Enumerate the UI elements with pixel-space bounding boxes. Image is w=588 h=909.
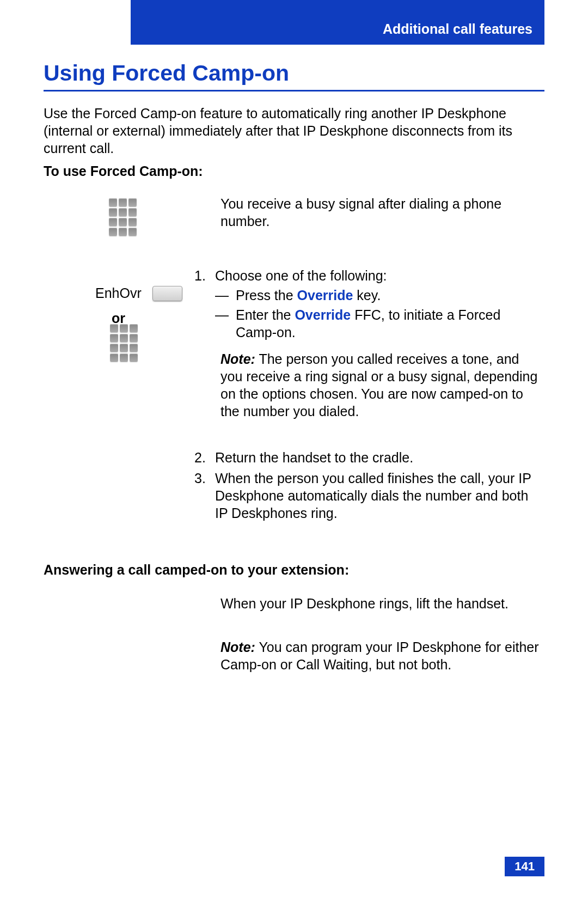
enhovr-label: EnhOvr bbox=[95, 285, 142, 301]
keypad-icon bbox=[109, 198, 137, 236]
step-number: 2. bbox=[194, 449, 215, 466]
step-number: 1. bbox=[194, 267, 215, 284]
keypad-icon bbox=[110, 324, 138, 362]
em-dash-bullet: — bbox=[215, 286, 236, 304]
subhead-to-use: To use Forced Camp-on: bbox=[44, 163, 203, 179]
note-1: Note: The person you called receives a t… bbox=[220, 350, 542, 420]
override-key-label: Override bbox=[297, 288, 353, 303]
header-title: Additional call features bbox=[383, 21, 532, 37]
intro-paragraph: Use the Forced Camp-on feature to automa… bbox=[44, 105, 539, 157]
step-3-text: When the person you called finishes the … bbox=[215, 469, 536, 522]
header-band: Additional call features bbox=[131, 0, 544, 45]
note-1-text: The person you called receives a tone, a… bbox=[220, 351, 537, 419]
busy-signal-text: You receive a busy signal after dialing … bbox=[220, 195, 542, 230]
step-number: 3. bbox=[194, 469, 215, 487]
softkey-button-icon bbox=[152, 286, 182, 301]
answer-text: When your IP Deskphone rings, lift the h… bbox=[220, 595, 542, 612]
note-label: Note: bbox=[220, 351, 255, 367]
step-1a-post: key. bbox=[353, 288, 381, 303]
override-ffc-label: Override bbox=[295, 307, 351, 322]
main-title: Using Forced Camp-on bbox=[44, 60, 544, 91]
step-2: 2.Return the handset to the cradle. bbox=[194, 449, 542, 466]
note-2: Note: You can program your IP Deskphone … bbox=[220, 638, 542, 673]
subhead-answering: Answering a call camped-on to your exten… bbox=[44, 562, 349, 578]
em-dash-bullet: — bbox=[215, 306, 236, 324]
step-1a-pre: Press the bbox=[236, 288, 297, 303]
step-2-text: Return the handset to the cradle. bbox=[215, 449, 536, 466]
step-1-lead: Choose one of the following: bbox=[215, 268, 387, 283]
step-1-content: Choose one of the following: —Press the … bbox=[215, 267, 536, 341]
step-3: 3.When the person you called finishes th… bbox=[194, 469, 542, 522]
note-label: Note: bbox=[220, 639, 255, 655]
step-1: 1. Choose one of the following: —Press t… bbox=[194, 267, 542, 341]
step-1b-pre: Enter the bbox=[236, 307, 295, 322]
note-2-text: You can program your IP Deskphone for ei… bbox=[220, 639, 539, 672]
page-number-badge: 141 bbox=[505, 857, 544, 876]
